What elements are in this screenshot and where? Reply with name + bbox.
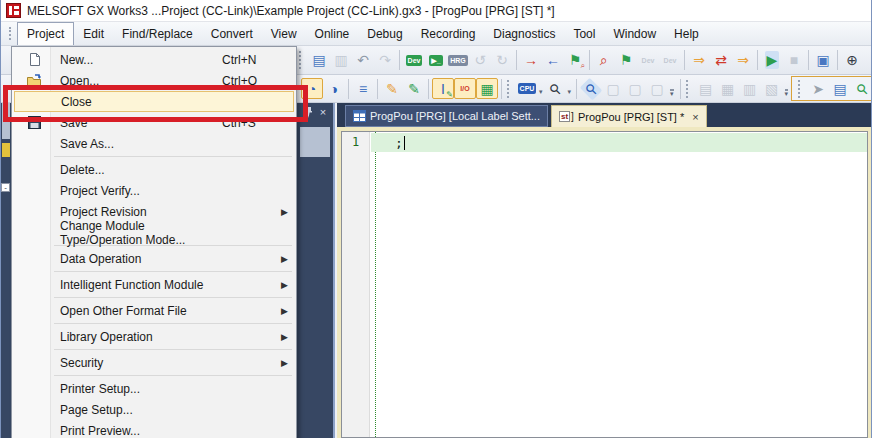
menu-item-project-verify[interactable]: Project Verify... xyxy=(14,180,294,201)
screen-search-icon[interactable]: ▶_ xyxy=(425,50,447,71)
form-window3-icon[interactable]: ▥ xyxy=(739,78,761,99)
zoom-search-icon[interactable]: ⚲ xyxy=(545,78,567,99)
menu-item-intelligent-function-module[interactable]: Intelligent Function Module▶ xyxy=(14,274,294,295)
menu-debug[interactable]: Debug xyxy=(358,22,411,45)
menu-view[interactable]: View xyxy=(262,22,306,45)
monitor-write-icon-glyph: ▣ xyxy=(816,53,829,67)
jump-statement-icon[interactable]: ⇒ xyxy=(732,50,754,71)
menu-item-print-preview[interactable]: Print Preview... xyxy=(14,420,294,438)
menu-item-open-other-format-file[interactable]: Open Other Format File▶ xyxy=(14,300,294,321)
menu-window[interactable]: Window xyxy=(604,22,665,45)
menu-item-save-as[interactable]: Save As... xyxy=(14,133,294,154)
tree-collapse-icon[interactable]: - xyxy=(1,183,10,192)
device-watch2-icon-glyph: ◑ xyxy=(330,82,338,96)
tab-close-icon[interactable]: × xyxy=(692,111,698,123)
monitor-write-icon[interactable]: ▣ xyxy=(812,50,834,71)
cross-reference-next-icon[interactable]: → xyxy=(520,50,542,71)
document-tab-active[interactable]: st]ProgPou [PRG] [ST] *× xyxy=(551,105,707,127)
watch-window3-icon-glyph: ▢ xyxy=(650,82,663,96)
tab-label: ProgPou [PRG] [Local Label Sett... xyxy=(370,110,540,122)
menu-item-printer-setup[interactable]: Printer Setup... xyxy=(14,378,294,399)
io-swap-icon[interactable]: ⇄ xyxy=(710,50,732,71)
toolbar-overflow-icon[interactable]: ▾ xyxy=(670,89,674,96)
flag-search-icon[interactable]: ⚑ xyxy=(615,50,637,71)
menu-item-change-module-type-operation-mode[interactable]: Change Module Type/Operation Mode... xyxy=(14,222,294,243)
io-comment-icon[interactable]: I/O xyxy=(454,78,476,99)
toolbar-separator xyxy=(428,79,429,99)
st-editor[interactable]: 1 ; xyxy=(341,131,868,438)
menu-item-label: Delete... xyxy=(54,163,222,177)
menu-convert[interactable]: Convert xyxy=(202,22,262,45)
device-search-disabled-icon[interactable]: Dev xyxy=(637,50,659,71)
monitor-window-icon[interactable]: ⚲ xyxy=(580,78,602,99)
current-line-highlight[interactable]: ; xyxy=(371,133,867,152)
module-check-icon[interactable]: ✎ xyxy=(403,78,425,99)
device-search-disabled2-icon[interactable]: Dev xyxy=(659,50,681,71)
search-forward-icon[interactable]: ↻ xyxy=(491,50,513,71)
menu-item-page-setup[interactable]: Page Setup... xyxy=(14,399,294,420)
cpu-monitor-icon[interactable]: CPU xyxy=(516,78,538,99)
form-window4-icon[interactable]: ▧ xyxy=(761,78,783,99)
toolbar-grip[interactable] xyxy=(299,51,304,69)
redo-icon[interactable]: ↷ xyxy=(374,50,396,71)
toolbar-overflow-icon[interactable]: ▾ xyxy=(785,89,789,96)
menu-item-label: Print Preview... xyxy=(54,424,222,438)
device-search-icon[interactable]: Dev xyxy=(403,50,425,71)
label-editor-icon[interactable]: I✎ xyxy=(432,78,454,99)
search-back-icon[interactable]: ↺ xyxy=(469,50,491,71)
menu-item-library-operation[interactable]: Library Operation▶ xyxy=(14,326,294,347)
convert-icon-glyph: ➤ xyxy=(812,82,824,96)
word-search-icon[interactable]: HRG xyxy=(447,50,469,71)
cpu-monitor-icon-dropdown-caret[interactable]: ▾ xyxy=(539,88,543,96)
convert-icon[interactable]: ➤ xyxy=(807,78,829,99)
monitor-stop-icon[interactable]: ■ xyxy=(783,50,805,71)
panel-scroll-block[interactable] xyxy=(300,127,330,157)
menu-online[interactable]: Online xyxy=(306,22,359,45)
device-memory-icon[interactable]: ▦ xyxy=(476,78,498,99)
form-window2-icon[interactable]: ▦ xyxy=(717,78,739,99)
menu-help[interactable]: Help xyxy=(665,22,708,45)
document-tab-inactive[interactable]: ProgPou [PRG] [Local Label Sett... xyxy=(345,105,548,127)
menu-recording[interactable]: Recording xyxy=(412,22,485,45)
form-window1-icon[interactable]: ▤ xyxy=(695,78,717,99)
toolbar-grip[interactable] xyxy=(798,80,803,98)
panel-close-icon[interactable]: × xyxy=(320,107,326,118)
cross-reference-prev-icon[interactable]: ← xyxy=(542,50,564,71)
program-document-icon[interactable]: ▤ xyxy=(829,78,851,99)
menu-item-security[interactable]: Security▶ xyxy=(14,352,294,373)
zoom-in-icon[interactable]: ⊕ xyxy=(841,50,863,71)
menu-item-data-operation[interactable]: Data Operation▶ xyxy=(14,248,294,269)
editor-frame: 1 ; xyxy=(337,127,871,438)
toolbar-separator xyxy=(757,50,758,70)
monitor-start-icon[interactable]: ▶ xyxy=(761,50,783,71)
line-number-gutter: 1 xyxy=(342,132,370,437)
paste-icon[interactable]: ▥ xyxy=(330,50,352,71)
menu-find-replace[interactable]: Find/Replace xyxy=(113,22,202,45)
docked-panel-strip: × xyxy=(297,103,335,438)
menu-item-delete[interactable]: Delete... xyxy=(14,159,294,180)
menu-diagnostics[interactable]: Diagnostics xyxy=(484,22,564,45)
toolbar-grip[interactable] xyxy=(686,80,691,98)
menu-edit[interactable]: Edit xyxy=(74,22,113,45)
device-watch2-icon[interactable]: ◑ xyxy=(323,78,345,99)
module-parameter-icon[interactable]: ✎ xyxy=(381,78,403,99)
undo-icon[interactable]: ↶ xyxy=(352,50,374,71)
monitor-search-icon[interactable]: ⌕ xyxy=(593,50,615,71)
outline-view-icon[interactable]: ≡ xyxy=(352,78,374,99)
zoom-search-icon-dropdown-caret[interactable]: ▾ xyxy=(568,88,572,96)
menu-item-new[interactable]: New...Ctrl+N xyxy=(14,49,294,70)
menu-separator xyxy=(54,323,292,324)
watch-window1-icon[interactable]: ▢ xyxy=(602,78,624,99)
menu-project[interactable]: Project xyxy=(17,22,74,45)
toolbar-group: →←⚑⌕ xyxy=(520,50,586,71)
menu-tool[interactable]: Tool xyxy=(564,22,604,45)
watch-window2-icon[interactable]: ▢ xyxy=(624,78,646,99)
verify-search-icon[interactable]: ⚲ xyxy=(851,78,872,99)
toolbar-grip[interactable] xyxy=(507,80,512,98)
watch-window3-icon[interactable]: ▢ xyxy=(646,78,668,99)
jump-comment-icon[interactable]: ⇒ xyxy=(688,50,710,71)
device-list-search-icon[interactable]: ⚑⌕ xyxy=(564,50,586,71)
toolbar-group: ▶■ xyxy=(761,50,805,71)
copy-icon-glyph: ▤ xyxy=(312,53,325,67)
copy-icon[interactable]: ▤ xyxy=(308,50,330,71)
